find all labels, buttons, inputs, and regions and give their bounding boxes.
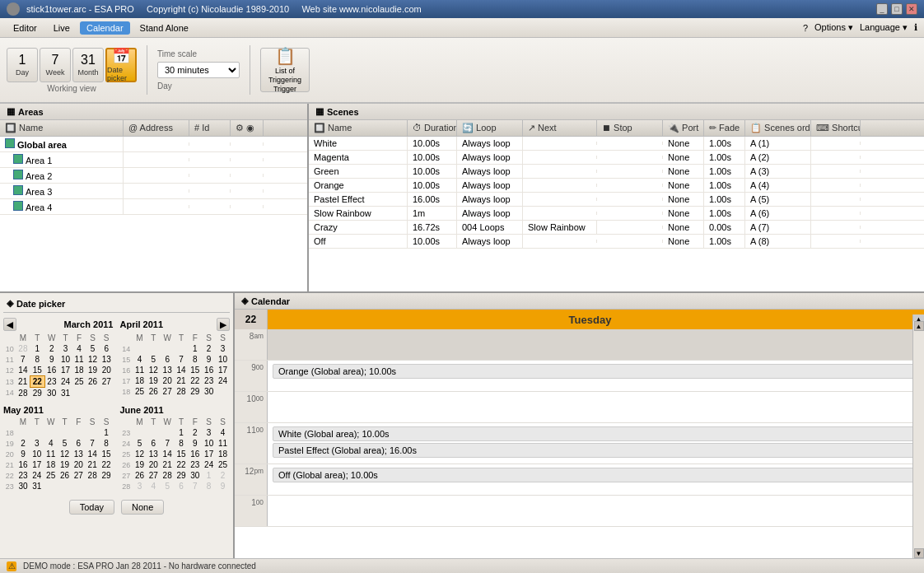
calendar-day[interactable]: 3 bbox=[216, 343, 230, 354]
calendar-day[interactable]: 2 bbox=[44, 343, 58, 354]
calendar-day[interactable]: 20 bbox=[72, 459, 86, 470]
menu-calendar[interactable]: Calendar bbox=[80, 21, 130, 35]
calendar-day[interactable]: 25 bbox=[216, 459, 230, 470]
calendar-day[interactable]: 27 bbox=[161, 386, 175, 397]
table-row[interactable]: Pastel Effect 16.00s Always loop None 1.… bbox=[309, 193, 924, 207]
calendar-day[interactable]: 13 bbox=[72, 449, 86, 459]
table-row[interactable]: Area 1 bbox=[0, 152, 307, 168]
table-row[interactable]: Magenta 10.00s Always loop None 1.00s A … bbox=[309, 151, 924, 165]
next-month-button[interactable]: ▶ bbox=[217, 318, 230, 331]
calendar-day[interactable]: 31 bbox=[30, 481, 44, 491]
calendar-day[interactable]: 7 bbox=[175, 354, 189, 365]
calendar-day[interactable]: 15 bbox=[188, 365, 202, 375]
calendar-day[interactable]: 19 bbox=[58, 459, 72, 470]
calendar-day[interactable]: 5 bbox=[147, 354, 161, 365]
table-row[interactable]: Area 3 bbox=[0, 184, 307, 199]
calendar-day[interactable]: 5 bbox=[133, 438, 147, 449]
table-row[interactable]: Area 2 bbox=[0, 168, 307, 184]
menu-standalone[interactable]: Stand Alone bbox=[133, 21, 195, 35]
calendar-day[interactable]: 7 bbox=[16, 354, 30, 365]
calendar-day[interactable]: 27 bbox=[147, 470, 161, 481]
calendar-day[interactable]: 14 bbox=[16, 365, 30, 376]
calendar-day[interactable]: 23 bbox=[16, 470, 30, 481]
calendar-day[interactable]: 29 bbox=[30, 388, 44, 399]
week-view-button[interactable]: 7 Week bbox=[40, 48, 71, 82]
info-button[interactable]: ℹ bbox=[914, 22, 917, 33]
calendar-day[interactable]: 28 bbox=[16, 388, 30, 399]
calendar-day[interactable]: 21 bbox=[175, 375, 189, 386]
calendar-day[interactable]: 20 bbox=[100, 365, 114, 376]
menu-live[interactable]: Live bbox=[47, 21, 77, 35]
calendar-day[interactable]: 28 bbox=[86, 470, 100, 481]
calendar-day[interactable]: 8 bbox=[175, 438, 189, 449]
calendar-day[interactable]: 2 bbox=[202, 343, 216, 354]
calendar-day[interactable]: 26 bbox=[133, 470, 147, 481]
calendar-day[interactable]: 12 bbox=[133, 449, 147, 459]
options-menu[interactable]: Options ▾ bbox=[814, 22, 853, 33]
calendar-day[interactable]: 3 bbox=[202, 427, 216, 438]
calendar-day[interactable]: 16 bbox=[202, 365, 216, 375]
calendar-day[interactable]: 10 bbox=[216, 354, 230, 365]
today-button[interactable]: Today bbox=[69, 500, 114, 515]
calendar-day[interactable]: 3 bbox=[30, 438, 44, 449]
close-button[interactable]: ✕ bbox=[906, 3, 917, 15]
calendar-day[interactable]: 20 bbox=[147, 459, 161, 470]
calendar-day[interactable]: 6 bbox=[147, 438, 161, 449]
calendar-day[interactable]: 10 bbox=[30, 449, 44, 459]
calendar-day[interactable]: 18 bbox=[133, 375, 147, 386]
calendar-event[interactable]: Pastel Effect (Global area); 16.00s bbox=[273, 443, 919, 458]
calendar-day[interactable]: 14 bbox=[86, 449, 100, 459]
minimize-button[interactable]: _ bbox=[876, 3, 888, 15]
calendar-day[interactable]: 1 bbox=[175, 427, 189, 438]
calendar-day[interactable]: 2 bbox=[188, 427, 202, 438]
calendar-day[interactable]: 4 bbox=[44, 438, 58, 449]
calendar-day[interactable]: 19 bbox=[133, 459, 147, 470]
table-row[interactable]: Crazy 16.72s 004 Loops Slow Rainbow None… bbox=[309, 221, 924, 235]
calendar-day[interactable]: 27 bbox=[100, 376, 114, 388]
calendar-day[interactable]: 8 bbox=[30, 354, 44, 365]
calendar-event[interactable]: White (Global area); 10.00s bbox=[273, 426, 919, 441]
calendar-event[interactable]: Orange (Global area); 10.00s bbox=[273, 364, 919, 379]
calendar-day[interactable]: 26 bbox=[86, 376, 100, 388]
calendar-day[interactable]: 21 bbox=[16, 376, 30, 388]
calendar-day[interactable]: 17 bbox=[58, 365, 72, 376]
calendar-day[interactable]: 26 bbox=[58, 470, 72, 481]
none-button[interactable]: None bbox=[121, 500, 164, 515]
timescale-select[interactable]: 30 minutes 5 minutes 10 minutes 15 minut… bbox=[157, 62, 240, 78]
calendar-day[interactable]: 16 bbox=[44, 365, 58, 376]
table-row[interactable]: Area 4 bbox=[0, 199, 307, 215]
calendar-day[interactable]: 15 bbox=[175, 449, 189, 459]
scrollbar-up-button[interactable]: ▲ bbox=[914, 321, 924, 331]
calendar-day[interactable]: 28 bbox=[161, 470, 175, 481]
calendar-day[interactable]: 10 bbox=[202, 438, 216, 449]
calendar-day[interactable]: 19 bbox=[86, 365, 100, 376]
calendar-scroll-area[interactable]: 8am 900 Orange (Global area); 10.00s 100… bbox=[235, 329, 924, 558]
calendar-day[interactable]: 23 bbox=[202, 375, 216, 386]
calendar-day[interactable]: 9 bbox=[44, 354, 58, 365]
day-view-button[interactable]: 1 Day bbox=[7, 48, 38, 82]
calendar-day[interactable]: 30 bbox=[44, 388, 58, 399]
calendar-day[interactable]: 25 bbox=[44, 470, 58, 481]
calendar-day[interactable]: 7 bbox=[86, 438, 100, 449]
calendar-scrollbar[interactable]: ▲ ▼ bbox=[912, 321, 924, 558]
calendar-day[interactable]: 5 bbox=[58, 438, 72, 449]
calendar-day[interactable]: 16 bbox=[188, 449, 202, 459]
calendar-day[interactable]: 25 bbox=[133, 386, 147, 397]
calendar-day[interactable]: 22 bbox=[175, 459, 189, 470]
calendar-day[interactable]: 18 bbox=[72, 365, 86, 376]
calendar-day[interactable]: 1 bbox=[30, 343, 44, 354]
calendar-day[interactable]: 15 bbox=[100, 449, 114, 459]
calendar-day[interactable]: 21 bbox=[86, 459, 100, 470]
datepicker-button[interactable]: 📅 Date picker bbox=[105, 48, 137, 82]
calendar-day[interactable]: 13 bbox=[161, 365, 175, 375]
calendar-day[interactable]: 4 bbox=[216, 427, 230, 438]
calendar-day[interactable]: 5 bbox=[86, 343, 100, 354]
calendar-day[interactable]: 18 bbox=[44, 459, 58, 470]
calendar-day[interactable]: 27 bbox=[72, 470, 86, 481]
calendar-day[interactable]: 6 bbox=[161, 354, 175, 365]
calendar-day[interactable]: 28 bbox=[16, 343, 30, 354]
calendar-day[interactable]: 17 bbox=[216, 365, 230, 375]
calendar-day[interactable]: 31 bbox=[58, 388, 72, 399]
calendar-day[interactable]: 11 bbox=[44, 449, 58, 459]
calendar-day[interactable]: 17 bbox=[30, 459, 44, 470]
